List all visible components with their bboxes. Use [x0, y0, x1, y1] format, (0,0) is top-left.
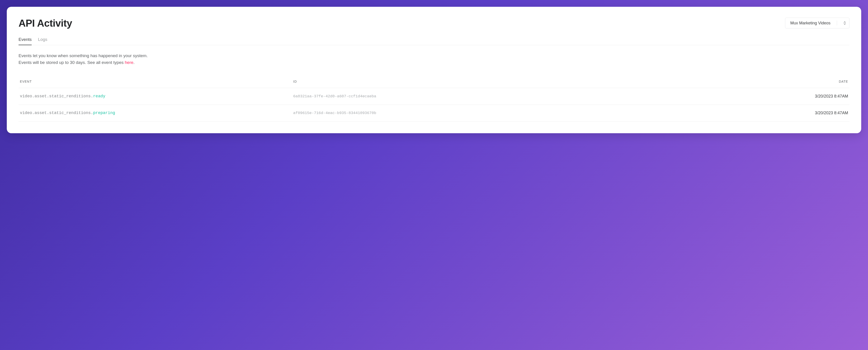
environment-selector[interactable]: Mux Marketing Videos: [785, 18, 849, 29]
tabs: Events Logs: [19, 37, 849, 45]
tab-logs[interactable]: Logs: [38, 37, 47, 45]
tab-events[interactable]: Events: [19, 37, 32, 45]
event-id: af09615e-716d-4eac-b935-83441093670b: [293, 111, 803, 115]
event-date: 3/20/2023 8:47AM: [803, 111, 848, 115]
table-row[interactable]: video.asset.static_renditions.preparing …: [19, 105, 849, 121]
chevron-up-down-icon: [843, 21, 846, 25]
event-status: preparing: [93, 111, 115, 115]
environment-selector-label: Mux Marketing Videos: [790, 21, 831, 26]
column-header-id: ID: [293, 80, 803, 83]
events-table: EVENT ID DATE video.asset.static_renditi…: [19, 80, 849, 121]
event-types-link[interactable]: here: [125, 60, 133, 65]
event-date: 3/20/2023 8:47AM: [803, 94, 848, 99]
event-id: 6a8321aa-37fe-42d0-a607-ccf1d4ecaeba: [293, 94, 803, 99]
event-name: video.asset.static_renditions.preparing: [20, 111, 293, 115]
table-row[interactable]: video.asset.static_renditions.ready 6a83…: [19, 88, 849, 105]
api-activity-card: API Activity Mux Marketing Videos Events…: [7, 7, 861, 133]
page-title: API Activity: [19, 18, 72, 29]
table-header: EVENT ID DATE: [19, 80, 849, 88]
environment-selector-divider: [837, 21, 837, 26]
column-header-event: EVENT: [20, 80, 293, 83]
description-line2: Events will be stored up to 30 days. See…: [19, 59, 849, 66]
event-status: ready: [93, 94, 105, 99]
event-name: video.asset.static_renditions.ready: [20, 94, 293, 99]
header-row: API Activity Mux Marketing Videos: [19, 18, 849, 29]
description-line1: Events let you know when something has h…: [19, 53, 849, 59]
column-header-date: DATE: [803, 80, 848, 83]
events-description: Events let you know when something has h…: [19, 53, 849, 66]
